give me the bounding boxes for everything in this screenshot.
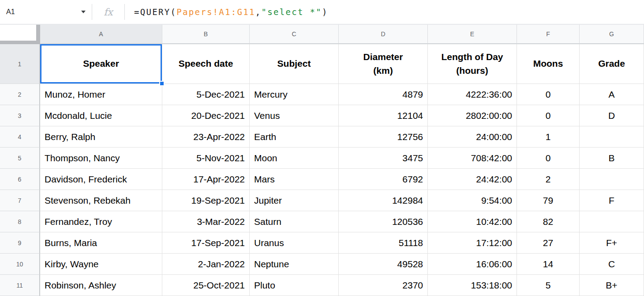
cell[interactable]: 3475 <box>339 148 428 169</box>
row-header[interactable]: 5 <box>0 148 40 169</box>
cell[interactable]: Mars <box>250 169 339 190</box>
row-header[interactable]: 7 <box>0 190 40 211</box>
cell[interactable]: 23-Apr-2022 <box>162 126 250 148</box>
row-header[interactable]: 10 <box>0 254 40 275</box>
cell[interactable]: 24:42:00 <box>428 169 517 190</box>
cell[interactable]: 2 <box>517 169 580 190</box>
cell[interactable]: 9:54:00 <box>428 190 517 211</box>
cell[interactable]: Stevenson, Rebekah <box>40 190 162 211</box>
cell[interactable]: Burns, Maria <box>40 232 162 254</box>
column-header-a[interactable]: A <box>40 25 162 44</box>
row-header-1[interactable]: 1 <box>0 44 40 84</box>
selected-cell-a1[interactable]: Speaker <box>40 44 162 84</box>
cell[interactable] <box>580 169 644 190</box>
cell[interactable]: 82 <box>517 211 580 232</box>
cell-d1[interactable]: Diameter (km) <box>339 44 428 84</box>
cell[interactable]: 25-Oct-2021 <box>162 275 250 296</box>
cell[interactable]: 2-Jan-2022 <box>162 254 250 275</box>
cell[interactable]: 0 <box>517 148 580 169</box>
row-header[interactable]: 4 <box>0 126 40 148</box>
cell[interactable]: Munoz, Homer <box>40 84 162 105</box>
cell[interactable]: Davidson, Frederick <box>40 169 162 190</box>
cell[interactable]: 120536 <box>339 211 428 232</box>
fill-handle[interactable] <box>159 81 165 86</box>
cell[interactable]: C <box>580 254 644 275</box>
cell[interactable]: 4879 <box>339 84 428 105</box>
cell[interactable]: 708:42:00 <box>428 148 517 169</box>
cell[interactable]: 5 <box>517 275 580 296</box>
cell[interactable]: D <box>580 105 644 126</box>
cell[interactable]: Mcdonald, Lucie <box>40 105 162 126</box>
cell[interactable]: B+ <box>580 275 644 296</box>
cell[interactable]: Mercury <box>250 84 339 105</box>
cell[interactable]: Neptune <box>250 254 339 275</box>
cell[interactable]: 3-Mar-2022 <box>162 211 250 232</box>
cell[interactable]: 24:00:00 <box>428 126 517 148</box>
cell-f1[interactable]: Moons <box>517 44 580 84</box>
select-all-corner[interactable] <box>0 25 40 44</box>
cell[interactable]: Earth <box>250 126 339 148</box>
cell[interactable]: 6792 <box>339 169 428 190</box>
cell[interactable]: 12756 <box>339 126 428 148</box>
cell[interactable]: Venus <box>250 105 339 126</box>
cell[interactable]: Berry, Ralph <box>40 126 162 148</box>
cell[interactable] <box>580 126 644 148</box>
cell-c1[interactable]: Subject <box>250 44 339 84</box>
cell[interactable]: F+ <box>580 232 644 254</box>
cell[interactable]: 19-Sep-2021 <box>162 190 250 211</box>
cell[interactable]: 5-Dec-2021 <box>162 84 250 105</box>
cell-b1[interactable]: Speech date <box>162 44 250 84</box>
cell[interactable]: 142984 <box>339 190 428 211</box>
row-header[interactable]: 8 <box>0 211 40 232</box>
cell[interactable]: 49528 <box>339 254 428 275</box>
row-header[interactable]: 3 <box>0 105 40 126</box>
cell-g1[interactable]: Grade <box>580 44 644 84</box>
formula-input[interactable]: =QUERY(Papers!A1:G11,"select *") <box>125 7 328 17</box>
cell[interactable]: B <box>580 148 644 169</box>
cell[interactable]: Fernandez, Troy <box>40 211 162 232</box>
cell[interactable]: 17-Sep-2021 <box>162 232 250 254</box>
cell[interactable]: 4222:36:00 <box>428 84 517 105</box>
cell[interactable]: 16:06:00 <box>428 254 517 275</box>
row-header[interactable]: 6 <box>0 169 40 190</box>
column-header-f[interactable]: F <box>517 25 580 44</box>
cell[interactable]: 2802:00:00 <box>428 105 517 126</box>
cell[interactable]: 2370 <box>339 275 428 296</box>
cell[interactable]: 5-Nov-2021 <box>162 148 250 169</box>
cell[interactable]: Jupiter <box>250 190 339 211</box>
cell[interactable]: 0 <box>517 105 580 126</box>
cell[interactable]: 20-Dec-2021 <box>162 105 250 126</box>
cell[interactable]: Saturn <box>250 211 339 232</box>
cell[interactable]: 153:18:00 <box>428 275 517 296</box>
cell[interactable]: 14 <box>517 254 580 275</box>
row-header[interactable]: 11 <box>0 275 40 296</box>
cell[interactable]: 17-Apr-2022 <box>162 169 250 190</box>
cell[interactable]: 12104 <box>339 105 428 126</box>
cell[interactable]: 51118 <box>339 232 428 254</box>
cell[interactable]: F <box>580 190 644 211</box>
row-header[interactable]: 2 <box>0 84 40 105</box>
cell[interactable]: Thompson, Nancy <box>40 148 162 169</box>
column-header-g[interactable]: G <box>580 25 644 44</box>
cell[interactable]: Kirby, Wayne <box>40 254 162 275</box>
cell[interactable]: Robinson, Ashley <box>40 275 162 296</box>
column-header-d[interactable]: D <box>339 25 428 44</box>
cell-e1[interactable]: Length of Day (hours) <box>428 44 517 84</box>
cell[interactable]: 0 <box>517 84 580 105</box>
column-header-e[interactable]: E <box>428 25 517 44</box>
cell[interactable]: 10:42:00 <box>428 211 517 232</box>
cell[interactable]: Moon <box>250 148 339 169</box>
cell[interactable]: 17:12:00 <box>428 232 517 254</box>
cell[interactable]: 27 <box>517 232 580 254</box>
cell[interactable]: A <box>580 84 644 105</box>
cell[interactable] <box>580 211 644 232</box>
name-box-dropdown-icon[interactable] <box>81 11 86 13</box>
column-header-c[interactable]: C <box>250 25 339 44</box>
cell[interactable]: Uranus <box>250 232 339 254</box>
cell[interactable]: 1 <box>517 126 580 148</box>
cell[interactable]: 79 <box>517 190 580 211</box>
name-box[interactable]: A1 <box>0 0 92 24</box>
column-header-b[interactable]: B <box>162 25 250 44</box>
row-header[interactable]: 9 <box>0 232 40 254</box>
cell[interactable]: Pluto <box>250 275 339 296</box>
